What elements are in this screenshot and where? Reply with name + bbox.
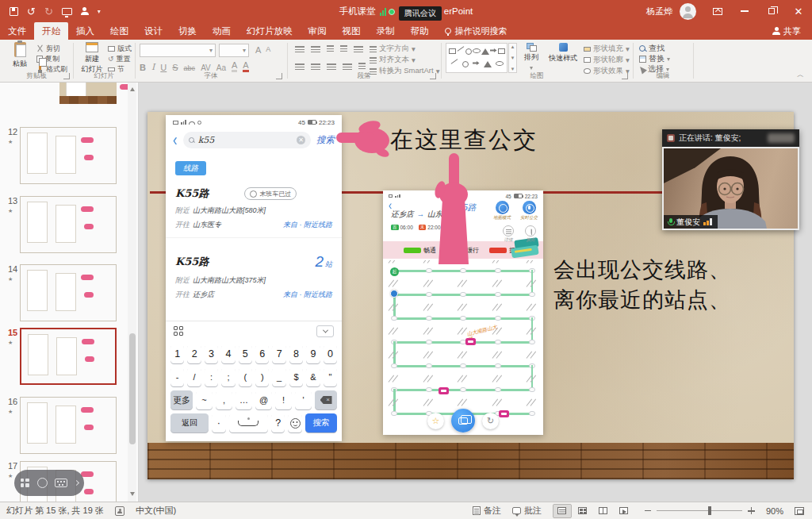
key[interactable]: 1 (170, 344, 184, 363)
slide-sorter-view-button[interactable] (573, 504, 592, 518)
station-dot[interactable] (426, 292, 432, 297)
key[interactable]: 9 (306, 344, 320, 363)
key[interactable]: $ (289, 367, 303, 386)
restore-button[interactable] (758, 0, 785, 22)
station-dot[interactable] (495, 292, 501, 297)
reload-button[interactable]: ↻ (482, 413, 499, 429)
keyboard-grid-icon[interactable] (174, 326, 184, 336)
station-dot[interactable] (495, 268, 501, 273)
key-question[interactable]: ? (271, 413, 285, 432)
meeting-mini-bar[interactable] (380, 8, 395, 16)
ribbon-tab[interactable]: 动画 (205, 22, 239, 40)
ribbon-tab[interactable]: 录制 (369, 22, 403, 40)
key[interactable]: 3 (205, 344, 218, 363)
key[interactable]: 0 (324, 344, 337, 363)
key-dot[interactable]: · (212, 413, 226, 432)
drawing-dialog-launcher[interactable] (622, 73, 628, 79)
accessibility-icon[interactable] (115, 506, 124, 516)
key[interactable]: ( (239, 367, 252, 386)
station-dot[interactable] (426, 316, 432, 321)
station-dot[interactable] (495, 340, 501, 344)
key[interactable]: … (236, 390, 252, 409)
ribbon-tab[interactable]: 切换 (170, 22, 205, 40)
station-dot[interactable] (391, 363, 397, 368)
apps-grid-icon[interactable] (21, 479, 30, 488)
search-button[interactable]: 搜索 (316, 134, 335, 146)
reverse-direction-button[interactable]: 换向 (525, 225, 536, 243)
text-direction-button[interactable]: 文字方向▾ (370, 44, 416, 54)
ribbon-tab[interactable]: 文件 (0, 22, 34, 40)
nearby-lines-link[interactable]: 来自 · 附近线路 (283, 220, 332, 230)
key[interactable]: 7 (272, 344, 285, 363)
key-space[interactable] (229, 413, 268, 432)
key[interactable]: ~ (196, 390, 213, 409)
details-button[interactable]: 详情 (503, 225, 514, 243)
layout-button[interactable]: 版式 (108, 44, 132, 53)
key[interactable]: : (205, 367, 218, 386)
key[interactable]: ; (221, 367, 235, 386)
ribbon-tab[interactable]: 视图 (335, 22, 369, 40)
refresh-button[interactable] (451, 409, 475, 432)
key[interactable]: " (324, 367, 337, 386)
keyboard-collapse-button[interactable] (316, 325, 334, 337)
station-dot[interactable] (426, 340, 432, 344)
font-size-button[interactable]: A (266, 45, 270, 55)
station-dot[interactable] (495, 363, 501, 368)
decrease-indent-icon[interactable] (327, 45, 334, 52)
zoom-level[interactable]: 90% (766, 506, 783, 516)
replace-button[interactable]: 替换▾ (639, 54, 670, 63)
paragraph-dialog-launcher[interactable] (430, 73, 436, 79)
paste-button[interactable]: 粘贴 (5, 42, 35, 69)
new-slide-button[interactable]: 新建 幻灯片 (78, 42, 106, 75)
key-search[interactable]: 搜索 (305, 413, 337, 432)
station-dot[interactable] (460, 292, 466, 297)
key[interactable]: & (306, 367, 320, 386)
key-more[interactable]: 更多 (170, 390, 193, 409)
align-left-icon[interactable] (295, 63, 304, 70)
key-emoji[interactable] (288, 413, 302, 432)
font-dialog-launcher[interactable] (276, 73, 282, 79)
presenter-icon[interactable] (81, 7, 89, 15)
station-dot[interactable] (426, 387, 432, 392)
ribbon-tab[interactable]: 幻灯片放映 (239, 22, 301, 40)
find-button[interactable]: 查找 (639, 44, 665, 53)
route-map[interactable] (383, 260, 543, 417)
ribbon-tab[interactable]: 审阅 (301, 22, 335, 40)
account-avatar[interactable] (680, 3, 696, 20)
font-style-button[interactable]: A (243, 61, 248, 72)
route-result-card[interactable]: K55路 末班车已过 附近山大南路山大路[580米] 开往山东医专 来自 · 附… (166, 180, 342, 238)
back-chevron-icon[interactable]: ‹ (173, 131, 178, 148)
map-mode-button[interactable]: 地图模式 (493, 201, 511, 221)
comments-button[interactable]: 批注 (512, 505, 542, 517)
ribbon-tab[interactable]: 帮助 (403, 22, 437, 40)
ribbon-display-options-button[interactable] (704, 0, 731, 22)
bullets-icon[interactable] (295, 45, 304, 52)
circle-icon[interactable] (37, 478, 48, 488)
shapes-gallery-scroll[interactable]: ▲▼▼ (508, 43, 517, 73)
key[interactable]: 2 (187, 344, 201, 363)
key[interactable]: ! (275, 390, 292, 409)
start-slideshow-icon[interactable] (62, 8, 72, 15)
shape-outline-button[interactable]: 形状轮廓▾ (584, 55, 630, 65)
clear-icon[interactable]: ✕ (297, 136, 305, 144)
zoom-slider-thumb[interactable] (708, 506, 711, 515)
language-indicator[interactable]: 中文(中国) (136, 505, 176, 517)
key[interactable]: @ (255, 390, 272, 409)
nearby-lines-link[interactable]: 来自 · 附近线路 (283, 290, 332, 300)
ribbon-tab[interactable]: 设计 (136, 22, 170, 40)
station-dot[interactable] (529, 292, 535, 297)
scrollbar-thumb[interactable] (129, 333, 136, 444)
key[interactable]: 6 (255, 344, 269, 363)
meeting-video-overlay[interactable]: 正在讲话: 董俊安; 董俊安 (662, 129, 799, 230)
shape-fill-button[interactable]: 形状填充▾ (584, 44, 630, 54)
slide-thumbnail[interactable]: 15 (0, 328, 127, 385)
realtime-bus-button[interactable]: 实时公交 (520, 201, 538, 221)
notes-button[interactable]: 备注 (473, 505, 501, 517)
font-size-combobox[interactable]: ▾ (219, 44, 249, 57)
key[interactable]: - (170, 367, 184, 386)
scroll-up-icon[interactable] (128, 84, 136, 94)
key[interactable]: 8 (289, 344, 303, 363)
quick-styles-button[interactable]: 快速样式 (546, 43, 580, 63)
station-dot[interactable] (391, 316, 397, 321)
ribbon-tab[interactable]: 开始 (34, 22, 68, 40)
